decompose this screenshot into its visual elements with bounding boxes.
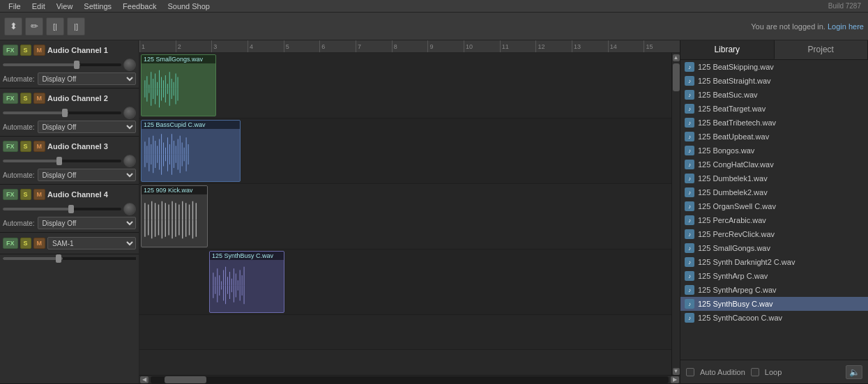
library-item[interactable]: ♪125 Synth Darknight2 C.wav <box>680 255 868 269</box>
library-item[interactable]: ♪125 BeatSuc.wav <box>680 88 868 102</box>
fx-button-sam[interactable]: FX <box>3 238 18 249</box>
auto-audition-checkbox[interactable] <box>686 368 694 376</box>
scroll-left-arrow[interactable]: ◀ <box>140 376 149 383</box>
menu-settings[interactable]: Settings <box>78 0 117 13</box>
fx-button-2[interactable]: FX <box>3 93 18 104</box>
automate-select-3[interactable]: Display Off Volume Pan <box>38 169 136 181</box>
audio-clip-1[interactable]: 125 SmallGongs.wav <box>141 54 216 116</box>
bracket-left-tool[interactable]: [| <box>46 17 64 36</box>
library-list[interactable]: ♪125 BeatSkipping.wav♪125 BeatStraight.w… <box>680 60 868 360</box>
menu-feedback[interactable]: Feedback <box>117 0 162 13</box>
audio-clip-4[interactable]: 125 SynthBusy C.wav <box>209 251 284 313</box>
track-lane-5[interactable] <box>139 315 671 350</box>
pan-knob-3[interactable] <box>123 155 136 167</box>
library-item[interactable]: ♪125 OrganSwell C.wav <box>680 199 868 213</box>
solo-button-2[interactable]: S <box>20 93 31 104</box>
library-item[interactable]: ♪125 SynthCacoon C.wav <box>680 311 868 325</box>
file-icon: ♪ <box>685 313 694 323</box>
track-lane-1[interactable]: 125 SmallGongs.wav <box>139 53 671 118</box>
fx-button-1[interactable]: FX <box>3 45 18 56</box>
menu-view[interactable]: View <box>51 0 79 13</box>
library-item[interactable]: ♪125 PercArabic.wav <box>680 213 868 227</box>
bracket-right-tool[interactable]: |] <box>67 17 85 36</box>
fx-button-3[interactable]: FX <box>3 141 18 152</box>
scroll-up-arrow[interactable]: ▲ <box>673 54 680 61</box>
mute-button-2[interactable]: M <box>33 93 46 104</box>
ruler-mark-12: 12 <box>535 40 572 53</box>
fader-3[interactable] <box>3 160 121 162</box>
ruler-mark-1: 1 <box>139 40 176 53</box>
audio-clip-2[interactable]: 125 BassCupid C.wav <box>141 120 241 182</box>
pan-knob-4[interactable] <box>123 203 136 215</box>
pan-knob-2[interactable] <box>123 107 136 119</box>
tracks-content[interactable]: 125 SmallGongs.wav <box>139 53 671 375</box>
mute-button-1[interactable]: M <box>33 45 46 56</box>
library-item[interactable]: ♪125 Bongos.wav <box>680 144 868 158</box>
library-item[interactable]: ♪125 SynthArpeg C.wav <box>680 283 868 297</box>
fader-1[interactable] <box>3 63 121 66</box>
solo-button-4[interactable]: S <box>20 189 31 200</box>
track-lane-3[interactable]: 125 909 Kick.wav <box>139 184 671 249</box>
login-link[interactable]: Login here <box>828 22 864 31</box>
cursor-tool[interactable]: ⬍ <box>4 17 22 36</box>
library-item[interactable]: ♪125 SynthArp C.wav <box>680 269 868 283</box>
fx-button-4[interactable]: FX <box>3 189 18 200</box>
fader-4[interactable] <box>3 208 121 210</box>
timeline-scrollbar[interactable]: ◀ ▶ <box>139 375 680 383</box>
pencil-tool[interactable]: ✏ <box>25 17 43 36</box>
library-item-label: 125 SynthArp C.wav <box>698 272 768 280</box>
horizontal-scrollbar-thumb[interactable] <box>165 376 206 383</box>
file-icon: ♪ <box>685 118 694 128</box>
scrollbar-thumb[interactable] <box>673 63 680 91</box>
library-item[interactable]: ♪125 Dumbelek2.wav <box>680 185 868 199</box>
library-item[interactable]: ♪125 BeatSkipping.wav <box>680 60 868 74</box>
mute-button-sam[interactable]: M <box>33 238 46 249</box>
timeline-area: 123456789101112131415 125 SmallGongs.wav <box>139 40 680 383</box>
automate-select-2[interactable]: Display Off Volume Pan <box>38 121 136 133</box>
audio-clip-3[interactable]: 125 909 Kick.wav <box>141 185 208 247</box>
sam-select[interactable]: SAM-1 <box>47 237 136 249</box>
library-item[interactable]: ♪125 BeatStraight.wav <box>680 74 868 88</box>
library-item[interactable]: ♪125 BeatTarget.wav <box>680 102 868 116</box>
sam-fader[interactable] <box>3 257 136 260</box>
solo-button-sam[interactable]: S <box>20 238 31 249</box>
file-icon: ♪ <box>685 201 694 211</box>
tab-project[interactable]: Project <box>775 40 869 59</box>
library-item[interactable]: ♪125 SynthBusy C.wav <box>680 297 868 311</box>
library-item-label: 125 Synth Darknight2 C.wav <box>698 258 795 266</box>
library-speaker-btn[interactable]: 🔈 <box>846 365 862 379</box>
mute-button-3[interactable]: M <box>33 141 46 152</box>
scroll-right-arrow[interactable]: ▶ <box>671 376 679 383</box>
login-info: You are not logged in. Login here <box>751 22 864 31</box>
automate-select-4[interactable]: Display Off Volume Pan <box>38 217 136 229</box>
pan-knob-1[interactable] <box>123 59 136 71</box>
track-lane-2[interactable]: 125 BassCupid C.wav <box>139 118 671 184</box>
library-item[interactable]: ♪125 Dumbelek1.wav <box>680 171 868 185</box>
file-icon: ♪ <box>685 215 694 225</box>
clip-title-4: 125 SynthBusy C.wav <box>210 252 284 260</box>
ruler-mark-14: 14 <box>608 40 644 53</box>
library-item[interactable]: ♪125 BeatUpbeat.wav <box>680 130 868 144</box>
solo-button-1[interactable]: S <box>20 45 31 56</box>
menu-edit[interactable]: Edit <box>26 0 51 13</box>
file-icon: ♪ <box>685 62 694 72</box>
tab-library[interactable]: Library <box>680 40 775 59</box>
vertical-scrollbar[interactable]: ▲ ▼ <box>671 53 680 375</box>
menu-file[interactable]: File <box>3 0 26 13</box>
automate-select-1[interactable]: Display Off Volume Pan <box>38 72 136 85</box>
library-item[interactable]: ♪125 SmallGongs.wav <box>680 241 868 255</box>
solo-button-3[interactable]: S <box>20 141 31 152</box>
loop-checkbox[interactable] <box>751 368 759 376</box>
sam-fader-row <box>0 254 139 263</box>
menu-sound-shop[interactable]: Sound Shop <box>162 0 215 13</box>
scroll-down-arrow[interactable]: ▼ <box>673 368 680 375</box>
library-item[interactable]: ♪125 BeatTribetech.wav <box>680 116 868 130</box>
file-icon: ♪ <box>685 104 694 114</box>
fader-2[interactable] <box>3 112 121 114</box>
track-lane-4[interactable]: 125 SynthBusy C.wav <box>139 249 671 315</box>
library-item[interactable]: ♪125 PercRevClick.wav <box>680 227 868 241</box>
mute-button-4[interactable]: M <box>33 189 46 200</box>
library-item[interactable]: ♪125 CongHatClav.wav <box>680 158 868 171</box>
clip-waveform-4 <box>210 260 284 311</box>
horizontal-scrollbar-track[interactable] <box>151 376 669 383</box>
